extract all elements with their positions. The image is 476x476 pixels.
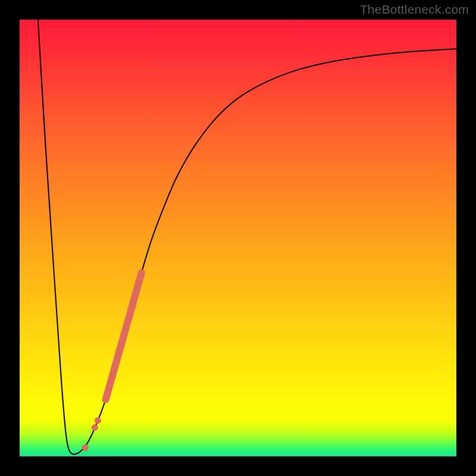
highlight-dot bbox=[82, 444, 89, 451]
main-curve bbox=[38, 20, 456, 455]
highlight-segment bbox=[106, 273, 142, 400]
chart-svg bbox=[20, 20, 456, 456]
highlight-dot bbox=[95, 417, 101, 424]
plot-area bbox=[20, 20, 456, 456]
watermark-text: TheBottleneck.com bbox=[360, 2, 469, 17]
highlight-dot bbox=[92, 424, 98, 431]
chart-frame: TheBottleneck.com bbox=[0, 0, 476, 476]
